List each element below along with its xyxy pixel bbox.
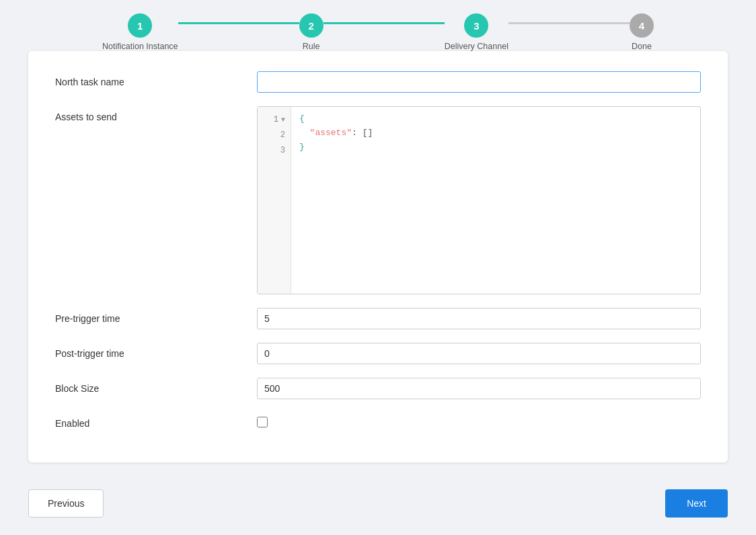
step-4-label: Done [632, 42, 652, 51]
assets-code-editor[interactable]: 1 ▼ 2 3 { "assets": [] } [257, 106, 701, 294]
block-size-row: Block Size [55, 378, 701, 399]
post-trigger-time-row: Post-trigger time [55, 343, 701, 364]
pre-trigger-time-label: Pre-trigger time [55, 308, 257, 324]
enabled-label: Enabled [55, 413, 257, 429]
assets-to-send-label: Assets to send [55, 106, 257, 122]
next-button[interactable]: Next [665, 489, 728, 518]
line-number-2: 2 [258, 128, 291, 143]
step-2-circle: 2 [299, 13, 324, 38]
connector-1 [178, 22, 299, 24]
line-1-arrow: ▼ [281, 115, 285, 126]
north-task-name-label: North task name [55, 71, 257, 87]
main-form-card: North task name Assets to send 1 ▼ 2 3 {… [28, 51, 728, 462]
previous-button[interactable]: Previous [28, 489, 104, 518]
block-size-input[interactable] [257, 378, 701, 399]
stepper: 1 Notification Instance 2 Rule 3 Deliver… [75, 0, 681, 51]
step-1: 1 Notification Instance [102, 13, 178, 51]
step-1-label: Notification Instance [102, 42, 178, 51]
code-line-3: } [299, 140, 692, 155]
north-task-name-input[interactable] [257, 71, 701, 93]
line-numbers: 1 ▼ 2 3 [258, 107, 291, 294]
post-trigger-time-label: Post-trigger time [55, 343, 257, 359]
code-line-2: "assets": [] [299, 126, 692, 140]
line-number-3: 3 [258, 143, 291, 159]
step-2: 2 Rule [299, 13, 324, 51]
connector-3 [508, 22, 630, 24]
pre-trigger-time-input[interactable] [257, 308, 701, 329]
assets-to-send-row: Assets to send 1 ▼ 2 3 { "assets": [] } [55, 106, 701, 294]
pre-trigger-time-row: Pre-trigger time [55, 308, 701, 329]
post-trigger-time-input[interactable] [257, 343, 701, 364]
enabled-checkbox-wrapper [257, 413, 268, 427]
connector-2 [324, 22, 445, 24]
step-4: 4 Done [630, 13, 654, 51]
bottom-navigation: Previous Next [28, 483, 728, 524]
north-task-name-row: North task name [55, 71, 701, 93]
step-3: 3 Delivery Channel [445, 13, 508, 51]
step-4-circle: 4 [630, 13, 654, 38]
line-number-1: 1 ▼ [258, 112, 291, 128]
enabled-row: Enabled [55, 413, 701, 429]
code-line-1: { [299, 112, 692, 126]
step-2-label: Rule [303, 42, 320, 51]
step-1-circle: 1 [128, 13, 152, 38]
block-size-label: Block Size [55, 378, 257, 394]
step-3-circle: 3 [464, 13, 488, 38]
code-content: { "assets": [] } [291, 107, 700, 294]
enabled-checkbox[interactable] [257, 417, 268, 427]
step-3-label: Delivery Channel [445, 42, 508, 51]
